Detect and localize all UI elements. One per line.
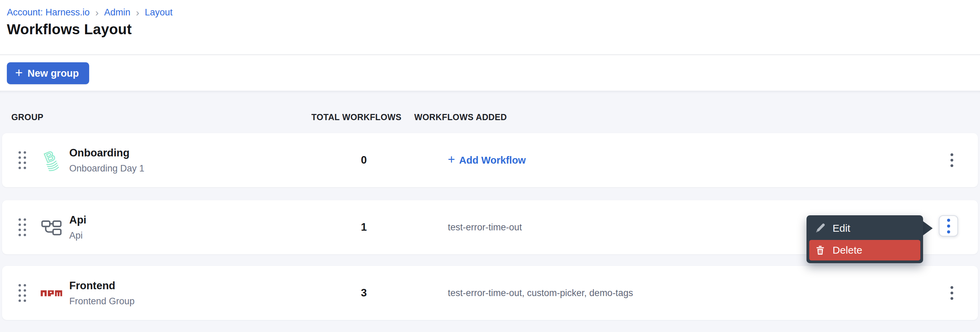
group-row-frontend: Frontend Frontend Group 3 test-error-tim… <box>2 266 978 320</box>
group-info: Frontend Frontend Group <box>69 280 135 307</box>
context-menu-edit[interactable]: Edit <box>809 218 920 239</box>
breadcrumb-admin-link[interactable]: Admin <box>104 7 130 18</box>
drag-handle-icon[interactable] <box>19 151 26 169</box>
workflows-added-cell: + Add Workflow <box>448 153 526 167</box>
stacked-layers-icon: B <box>39 148 64 172</box>
breadcrumb: Account: Harness.io › Admin › Layout <box>7 7 172 18</box>
group-description: Onboarding Day 1 <box>69 163 144 174</box>
svg-text:B: B <box>42 149 57 165</box>
breadcrumb-separator-icon: › <box>136 7 139 18</box>
workflow-groups-section: GROUP TOTAL WORKFLOWS WORKFLOWS ADDED B <box>0 91 980 332</box>
total-workflows-count: 3 <box>343 287 384 299</box>
group-row-onboarding: B Onboarding Onboarding Day 1 0 + Add Wo… <box>2 133 978 187</box>
add-workflow-link[interactable]: + Add Workflow <box>448 153 526 167</box>
column-header-workflows-added: WORKFLOWS ADDED <box>414 112 507 122</box>
total-workflows-count: 1 <box>343 221 384 234</box>
column-header-total-workflows: TOTAL WORKFLOWS <box>311 112 401 122</box>
row-menu-kebab-icon[interactable] <box>946 151 958 169</box>
workflow-network-icon <box>39 215 64 240</box>
add-workflow-label: Add Workflow <box>459 155 526 166</box>
page-title: Workflows Layout <box>7 21 132 38</box>
plus-icon: + <box>448 153 455 167</box>
row-context-menu: Edit Delete <box>807 215 923 263</box>
row-menu-kebab-button-active[interactable] <box>939 215 958 237</box>
npm-logo-icon <box>39 281 64 305</box>
group-info: Api Api <box>69 214 86 241</box>
group-row-api: Api Api 1 test-error-time-out Edit <box>2 200 978 254</box>
group-name: Onboarding <box>69 147 144 159</box>
plus-icon: + <box>15 66 22 81</box>
group-description: Api <box>69 230 86 241</box>
new-group-button-label: New group <box>27 68 79 79</box>
context-menu-delete-label: Delete <box>832 244 862 256</box>
breadcrumb-separator-icon: › <box>95 7 99 18</box>
context-menu-edit-label: Edit <box>832 223 850 234</box>
drag-handle-icon[interactable] <box>19 218 26 236</box>
context-menu-delete[interactable]: Delete <box>809 240 920 261</box>
breadcrumb-account-link[interactable]: Account: Harness.io <box>7 7 90 18</box>
breadcrumb-layout-link[interactable]: Layout <box>145 7 172 18</box>
group-info: Onboarding Onboarding Day 1 <box>69 147 144 174</box>
total-workflows-count: 0 <box>343 154 384 166</box>
group-description: Frontend Group <box>69 296 135 307</box>
header-divider <box>0 54 980 55</box>
group-name: Frontend <box>69 280 135 292</box>
column-header-group: GROUP <box>11 112 43 122</box>
group-name: Api <box>69 214 86 226</box>
drag-handle-icon[interactable] <box>19 284 26 302</box>
pencil-icon <box>815 223 826 234</box>
trash-icon <box>815 245 826 256</box>
context-menu-arrow <box>923 221 933 236</box>
new-group-button[interactable]: + New group <box>7 62 89 84</box>
workflows-added-cell: test-error-time-out, custom-picker, demo… <box>448 288 633 299</box>
workflows-added-cell: test-error-time-out <box>448 222 522 233</box>
row-menu-kebab-icon[interactable] <box>946 284 958 302</box>
